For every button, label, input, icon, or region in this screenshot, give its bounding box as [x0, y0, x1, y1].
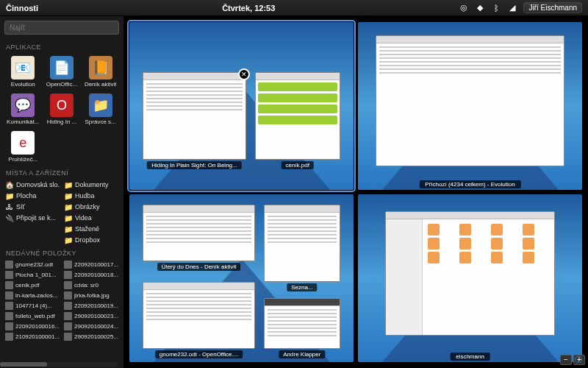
app-icon: O	[50, 93, 74, 117]
window-caption: Andre Klapper	[279, 350, 325, 358]
overview-sidebar: APLIKACE 📧Evolution📄OpenOffic...📙Deník a…	[0, 16, 123, 368]
app-launcher-3[interactable]: 💬Komunikát...	[4, 91, 42, 127]
file-icon	[5, 312, 13, 320]
window-thumbnail[interactable]: Andre Klapper	[264, 298, 340, 348]
file-icon	[5, 281, 13, 289]
user-menu-button[interactable]: Jiří Eischmann	[523, 2, 582, 13]
recent-item-8[interactable]: 1047714 (4)...	[4, 301, 60, 311]
folder-icon: 📁	[64, 202, 73, 211]
app-icon: 💬	[11, 93, 35, 117]
file-icon	[5, 261, 13, 269]
sync-icon[interactable]: ◎	[459, 3, 469, 13]
place-item-1[interactable]: 📁Dokumenty	[63, 180, 119, 190]
recent-item-2[interactable]: Plocha 1_001...	[4, 270, 60, 280]
recent-item-11[interactable]: 290920100023...	[63, 311, 119, 321]
app-launcher-6[interactable]: eProhlížeč...	[4, 129, 42, 165]
places-list: 🏠Domovská slo...📁Dokumenty📁Plocha📁Hudba🖧…	[4, 180, 119, 245]
file-icon	[5, 291, 13, 300]
window-caption: ceník.pdf	[282, 161, 314, 169]
file-icon	[64, 291, 72, 300]
place-item-0[interactable]: 🏠Domovská slo...	[4, 180, 60, 190]
folder-icon: 📁	[64, 191, 73, 200]
app-icon: 📧	[11, 56, 35, 79]
app-icon: 📄	[50, 56, 74, 79]
file-icon	[5, 333, 13, 341]
window-thumbnail[interactable]: Úterý do Dnes - Deník aktivit	[143, 205, 255, 262]
workspace-2[interactable]: Úterý do Dnes - Deník aktivitSezna...gno…	[129, 194, 354, 362]
app-label: Prohlížeč...	[8, 156, 37, 163]
recent-item-0[interactable]: gnome232.odt	[4, 260, 60, 269]
workspace-0[interactable]: Hiding In Plain Sight: On Being...✕ceník…	[129, 22, 354, 190]
window-thumbnail[interactable]: Sezna...	[264, 205, 340, 282]
file-icon	[64, 322, 72, 330]
window-thumbnail[interactable]	[385, 211, 556, 336]
folder-icon: 📁	[64, 224, 73, 233]
window-thumbnail[interactable]	[376, 35, 564, 166]
section-applications-label: APLIKACE	[6, 43, 119, 51]
workspace-3[interactable]: eischmann	[358, 194, 582, 362]
app-launcher-1[interactable]: 📄OpenOffic...	[43, 54, 81, 90]
recent-item-14[interactable]: 210920100001...	[4, 332, 60, 342]
workspace-1[interactable]: Příchozí (4234 celkem) - Evolution	[358, 22, 582, 190]
place-item-9[interactable]: 📁Stažené	[63, 224, 119, 234]
place-item-3[interactable]: 📁Hudba	[63, 191, 119, 201]
place-item-7[interactable]: 📁Videa	[63, 213, 119, 223]
recent-item-12[interactable]: 220920100016...	[4, 322, 60, 331]
top-bar: Činnosti Čtvrtek, 12:53 ◎ ◆ ᛒ ◢ Jiří Eis…	[0, 0, 588, 16]
file-icon	[5, 271, 13, 279]
app-launcher-5[interactable]: 📁Správce s...	[82, 91, 119, 127]
folder-icon: 🏠	[5, 180, 14, 189]
app-icon: e	[11, 131, 35, 155]
window-caption: gnome232.odt - OpenOffice....	[155, 350, 243, 358]
recent-item-13[interactable]: 290920100024...	[63, 322, 119, 331]
place-item-4[interactable]: 🖧Síť	[4, 202, 60, 212]
place-item-11[interactable]: 📁Dropbox	[63, 235, 119, 245]
window-thumbnail[interactable]: Hiding In Plain Sight: On Being...✕	[143, 72, 245, 160]
app-icon: 📙	[89, 56, 112, 79]
place-item-8	[4, 224, 60, 234]
workspace-label: Příchozí (4234 celkem) - Evolution	[419, 180, 520, 188]
close-icon[interactable]: ✕	[238, 68, 250, 80]
clock[interactable]: Čtvrtek, 12:53	[38, 4, 459, 13]
folder-icon: 📁	[64, 213, 73, 222]
app-label: Správce s...	[85, 118, 116, 125]
window-thumbnail[interactable]: ceník.pdf	[255, 72, 340, 160]
place-item-2[interactable]: 📁Plocha	[4, 191, 60, 201]
dropbox-icon[interactable]: ◆	[475, 3, 485, 13]
info-icon[interactable]: ⓘ	[575, 355, 587, 367]
workspace-label: eischmann	[450, 353, 490, 361]
app-label: OpenOffic...	[46, 81, 78, 88]
folder-icon: 🔌	[5, 213, 14, 222]
folder-icon: 📁	[64, 180, 73, 189]
recent-item-15[interactable]: 290920100025...	[63, 332, 119, 342]
section-recent-label: NEDÁVNÉ POLOŽKY	[6, 250, 119, 257]
recent-item-7[interactable]: jirka-fotka.jpg	[63, 291, 119, 300]
bluetooth-icon[interactable]: ᛒ	[491, 3, 501, 13]
wifi-icon[interactable]: ◢	[507, 3, 517, 13]
recent-item-1[interactable]: 220920100017...	[63, 260, 119, 269]
window-caption: Hiding In Plain Sight: On Being...	[147, 161, 242, 169]
system-tray: ◎ ◆ ᛒ ◢ Jiří Eischmann	[459, 2, 582, 13]
recent-item-10[interactable]: folleto_web.pdf	[4, 311, 60, 321]
app-launcher-4[interactable]: OHiding In ...	[43, 91, 81, 127]
app-label: Deník aktivit	[85, 81, 117, 88]
file-icon	[64, 312, 72, 320]
recent-item-3[interactable]: 220920100018...	[63, 270, 119, 280]
recent-list: gnome232.odt220920100017...Plocha 1_001.…	[4, 260, 119, 342]
sidebar-scrollbar[interactable]	[0, 362, 118, 367]
remove-workspace-button[interactable]: −	[560, 355, 572, 365]
recent-item-9[interactable]: 220920100019...	[63, 301, 119, 311]
search-input[interactable]	[4, 21, 119, 35]
recent-item-6[interactable]: in-karta-zados...	[4, 291, 60, 300]
recent-item-4[interactable]: ceník.pdf	[4, 280, 60, 290]
folder-icon: 📁	[64, 236, 73, 244]
workspace-overview: Hiding In Plain Sight: On Being...✕ceník…	[123, 16, 588, 368]
place-item-6[interactable]: 🔌Připojit se k...	[4, 213, 60, 223]
window-thumbnail[interactable]: gnome232.odt - OpenOffice....	[143, 282, 255, 349]
place-item-5[interactable]: 📁Obrázky	[63, 202, 119, 212]
app-launcher-0[interactable]: 📧Evolution	[4, 54, 42, 90]
app-launcher-2[interactable]: 📙Deník aktivit	[82, 54, 119, 90]
recent-item-5[interactable]: cdda: sr0	[63, 280, 119, 290]
activities-button[interactable]: Činnosti	[6, 4, 38, 13]
app-icon: 📁	[89, 93, 112, 117]
